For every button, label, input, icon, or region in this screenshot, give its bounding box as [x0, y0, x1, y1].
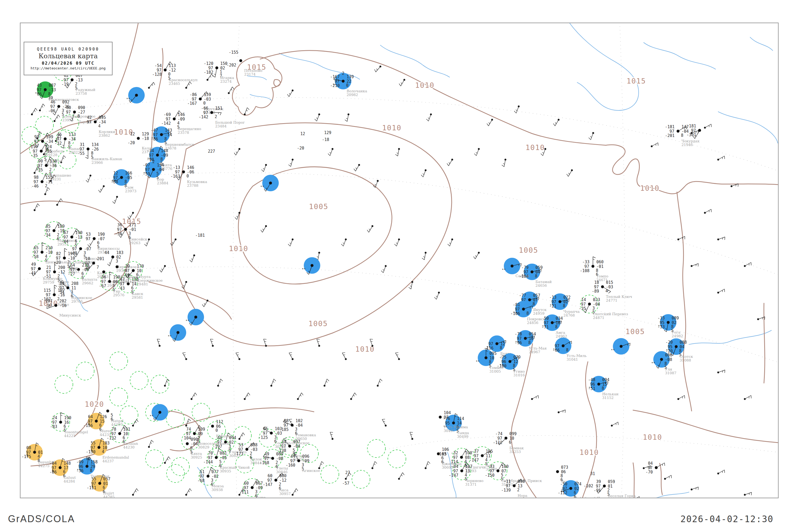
wind-barb-tick — [397, 153, 398, 154]
station-dot — [311, 264, 314, 267]
minor-station — [113, 196, 118, 204]
wind-barb-tick — [709, 125, 709, 127]
station-text: 190 — [64, 416, 71, 420]
station-text: Агинское — [302, 469, 320, 473]
wind-barb-shaft — [692, 487, 698, 489]
wind-barb-tick — [64, 248, 67, 250]
wind-barb-tick — [426, 119, 429, 121]
wind-barb-shaft — [187, 489, 190, 494]
station-text: 8 — [77, 114, 80, 119]
wind-barb-tick — [109, 263, 110, 264]
station-text: -95 — [594, 488, 601, 493]
station-dot — [452, 422, 455, 424]
station-plot: 11097-35124-3525Каргасок29122 — [31, 143, 62, 167]
wind-barb-tick — [375, 461, 377, 464]
wind-barb-shaft — [264, 339, 266, 345]
wind-barb-tick — [345, 120, 347, 121]
wind-barb-tick — [322, 461, 324, 464]
wind-barb-tick — [220, 113, 221, 115]
station-plot: -16797-2101392202∗∗Волочанка20982 — [330, 71, 367, 97]
station-text: 24768 — [564, 313, 575, 317]
wind-barb-tick — [722, 471, 723, 473]
station-text: 23884 — [157, 181, 168, 185]
station-text: ∗∗ — [550, 303, 554, 307]
station-text: 50 — [544, 316, 549, 321]
wind-barb-tick — [383, 421, 385, 422]
station-text: -144 — [203, 460, 213, 464]
station-text: 89 — [60, 281, 64, 286]
station-text: 109 — [198, 427, 205, 432]
minor-station — [317, 339, 320, 347]
wind-barb-tick — [296, 489, 298, 491]
station-text: 29576 — [113, 293, 125, 297]
station-text: 24871 — [593, 316, 604, 320]
station-text: 086 — [665, 353, 672, 358]
minor-station — [159, 499, 165, 507]
station-text: -07 — [143, 163, 150, 168]
station-text: -168 — [260, 460, 269, 465]
station-text: -43 — [118, 286, 125, 291]
station-text: -33 — [658, 316, 665, 321]
wind-barb-shaft — [229, 87, 232, 92]
wind-barb-tick — [428, 461, 430, 464]
wind-barb-tick — [395, 154, 398, 156]
station-text: 079 — [513, 355, 520, 360]
green-ring — [130, 371, 148, 390]
station-text: -182 — [204, 70, 213, 75]
station-text: 0 — [346, 83, 348, 88]
wind-barb-tick — [289, 165, 291, 167]
wind-barb-tick — [191, 259, 193, 260]
minor-station — [345, 114, 349, 121]
wind-barb-tick — [380, 379, 382, 381]
wind-barb-tick — [268, 499, 270, 501]
station-text: 096 — [302, 454, 309, 459]
station-text: 44 — [104, 250, 109, 255]
station-text: 3 — [116, 259, 118, 264]
isobar-line — [660, 463, 662, 495]
minor-station — [717, 370, 725, 374]
station-dot — [274, 479, 278, 482]
station-plot: 44183023Пировское29363 — [104, 250, 137, 273]
wind-barb-tick — [289, 93, 290, 94]
minor-station — [31, 108, 37, 115]
wind-barb-shaft — [291, 160, 292, 167]
wind-barb-tick — [698, 264, 698, 267]
station-text: 23788 — [187, 183, 198, 188]
station-dot — [215, 66, 218, 70]
station-text: 147 — [682, 125, 689, 129]
river-line — [569, 23, 639, 110]
wind-barb-tick — [242, 435, 243, 436]
wind-barb-tick — [158, 341, 160, 342]
wind-barb-tick — [532, 306, 533, 309]
green-ring — [167, 464, 185, 482]
river-line — [644, 42, 716, 69]
minor-station — [288, 239, 294, 246]
station-dot — [41, 251, 44, 254]
wind-barb-tick — [506, 341, 506, 343]
wind-barb-shaft — [410, 432, 412, 438]
green-ring — [367, 439, 385, 457]
station-text: 146 — [187, 165, 194, 170]
station-text: 23484 — [215, 124, 227, 128]
wind-barb-tick — [375, 70, 376, 72]
wind-barb-tick — [403, 473, 404, 475]
wind-barb-shaft — [382, 419, 385, 425]
wind-barb-shaft — [192, 393, 195, 398]
station-text: -47 — [151, 128, 158, 133]
station-plot: -0497-861481766$Galuut44284 — [50, 458, 76, 483]
station-text: 44207 — [111, 422, 122, 427]
minor-station — [704, 209, 711, 214]
float-value: 129 — [324, 130, 331, 135]
wind-barb-shaft — [746, 492, 752, 494]
minor-station — [531, 396, 539, 400]
minor-station — [399, 79, 405, 86]
minor-station — [717, 470, 725, 475]
minor-station — [514, 106, 520, 113]
isobar-label: 1005 — [309, 203, 328, 211]
station-text: 4 — [98, 124, 100, 129]
station-dot — [291, 424, 294, 427]
station-text: 060 — [596, 260, 604, 264]
minor-station — [244, 393, 250, 400]
station-dot — [675, 345, 678, 348]
minor-station — [190, 254, 195, 262]
